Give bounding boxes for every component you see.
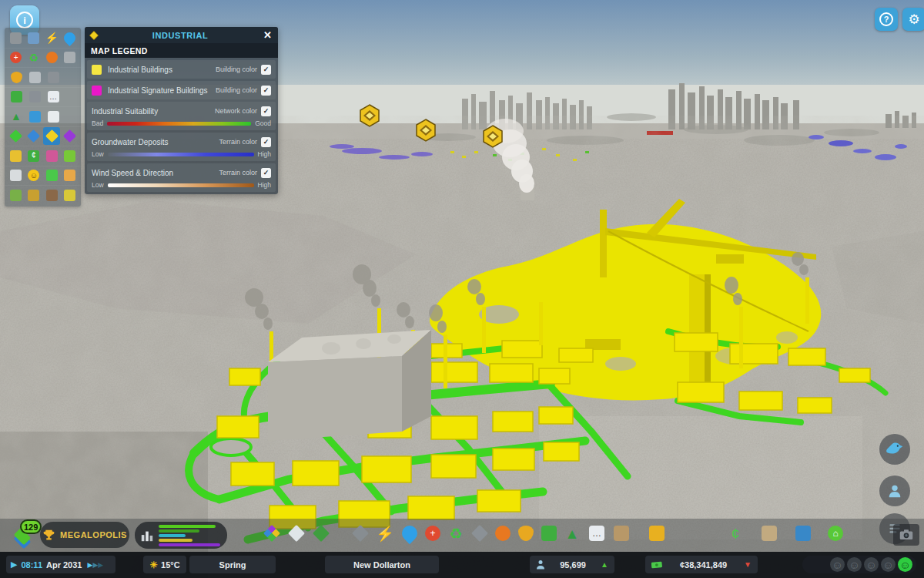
legend-checkbox[interactable]: ✓ — [261, 168, 271, 178]
toolbar-landscaping[interactable] — [611, 523, 631, 543]
infoview-agriculture[interactable] — [61, 147, 78, 165]
workplaces-icon — [64, 170, 75, 181]
infoview-education[interactable] — [45, 69, 62, 86]
infoview-row: ⚡ — [5, 29, 81, 49]
money-widget[interactable]: ¢38,341,849 ▼ — [645, 556, 758, 573]
toolbar-bulldozer[interactable] — [647, 523, 667, 543]
toolbar-communications[interactable]: … — [587, 523, 607, 543]
toolbar-statistics[interactable] — [793, 523, 813, 543]
play-button[interactable]: ▶ — [11, 560, 17, 570]
infoview-selection-tool[interactable] — [45, 108, 62, 126]
infoview-terrain[interactable] — [8, 187, 25, 204]
legend-color-mode: Building color — [216, 86, 257, 94]
help-button[interactable]: ? — [875, 8, 898, 31]
speed-1-icon[interactable]: ▶ — [87, 561, 92, 569]
infoview-parks-recreation[interactable]: ▲ — [8, 108, 25, 126]
toolbar-environment[interactable]: ⌂ — [825, 523, 845, 543]
infoview-maintenance[interactable] — [61, 49, 78, 66]
areas-icon — [288, 525, 305, 542]
legend-checkbox[interactable]: ✓ — [261, 137, 271, 147]
game-viewport[interactable]: i ? ⚙ ⚡+♻…▲¢☺ INDUSTRIAL ✕ MAP LEGEND In… — [0, 0, 924, 578]
infoview-water-facilities[interactable] — [25, 29, 42, 47]
infoview-administration[interactable] — [26, 69, 44, 86]
toolbar-water-sewage[interactable] — [400, 523, 420, 543]
infoview-transportation[interactable] — [8, 88, 25, 106]
infoview-zoning[interactable] — [25, 127, 42, 145]
clock-time: 08:11 — [21, 560, 42, 570]
infoview-ground-pollution[interactable] — [43, 187, 60, 204]
speed-2-icon[interactable]: ▶ — [92, 561, 98, 569]
infoview-land-value[interactable] — [8, 127, 25, 145]
speed-3-icon[interactable]: ▶ — [98, 561, 103, 569]
toolbar-education[interactable] — [470, 523, 490, 543]
selection-tool-icon — [48, 111, 59, 123]
toolbar-economy[interactable]: ¢ — [725, 523, 745, 543]
electricity-icon: ⚡ — [377, 526, 393, 541]
money-flow-icon — [46, 170, 58, 181]
toolbar-police[interactable] — [516, 523, 536, 543]
infoview-industrial[interactable] — [43, 127, 60, 145]
infoview-population[interactable] — [8, 166, 25, 184]
toolbar-zones[interactable] — [262, 523, 282, 543]
happiness-widget[interactable]: ☺☺☺☺☺ — [802, 556, 916, 573]
close-icon[interactable]: ✕ — [263, 30, 273, 40]
gradient-bar — [107, 122, 251, 126]
map-name-widget[interactable]: New Dollarton — [325, 556, 439, 573]
happiness-face-1: ☺ — [847, 557, 862, 572]
chirper-bird-icon — [885, 439, 905, 459]
infoview-residential[interactable] — [8, 147, 25, 165]
legend-label: Wind Speed & Direction — [92, 169, 219, 177]
speed-controls[interactable]: ▶ ▶ ▶ — [87, 561, 103, 569]
toolbar-areas[interactable] — [286, 523, 306, 543]
administration-icon — [29, 72, 41, 83]
legend-checkbox[interactable]: ✓ — [261, 65, 271, 75]
toolbar-parks-recreation[interactable]: ▲ — [562, 523, 582, 543]
infoview-healthcare[interactable]: + — [8, 49, 25, 66]
infoview-roads[interactable] — [8, 29, 25, 47]
toolbar-signature-areas[interactable] — [311, 523, 331, 543]
infoview-garbage[interactable]: ♻ — [25, 49, 42, 66]
sun-icon: ☀ — [149, 560, 158, 570]
toolbar-garbage[interactable]: ♻ — [446, 523, 466, 543]
demand-widget[interactable] — [135, 522, 227, 549]
toolbar-roads[interactable] — [350, 523, 370, 543]
legend-checkbox[interactable]: ✓ — [261, 106, 271, 116]
toolbar-fire-rescue[interactable] — [493, 523, 513, 543]
infoview-electricity[interactable]: ⚡ — [43, 29, 60, 47]
chirper-button[interactable] — [879, 434, 910, 465]
infoview-happiness[interactable]: ☺ — [25, 166, 42, 184]
help-icon: ? — [879, 12, 893, 26]
infoview-commercial[interactable]: ¢ — [25, 147, 42, 165]
toolbar-progression[interactable] — [759, 523, 779, 543]
parks-recreation-icon: ▲ — [11, 111, 22, 123]
industrial-legend-panel: INDUSTRIAL ✕ MAP LEGEND Industrial Build… — [85, 27, 278, 194]
gradient-bar — [108, 153, 254, 156]
infoview-police[interactable] — [8, 69, 25, 86]
infoview-water-sewage[interactable] — [61, 29, 78, 47]
infoview-rail[interactable] — [26, 88, 44, 106]
temperature-widget[interactable]: ☀ 15°C — [143, 556, 186, 573]
infoview-water-resources[interactable] — [61, 187, 78, 204]
toolbar-electricity[interactable]: ⚡ — [375, 523, 395, 543]
legend-checkbox[interactable]: ✓ — [261, 86, 271, 96]
infoview-money-flow[interactable] — [43, 166, 60, 184]
infoview-resources[interactable] — [25, 187, 42, 204]
citizen-info-button[interactable] — [879, 476, 910, 506]
photo-mode-button[interactable] — [893, 524, 919, 546]
population-widget[interactable]: 95,699 ▲ — [530, 556, 614, 573]
infoview-communications[interactable]: … — [45, 88, 62, 106]
progression-icon — [762, 526, 777, 541]
happiness-face-3: ☺ — [881, 557, 896, 572]
season-widget[interactable]: Spring — [189, 556, 276, 573]
population-up-icon: ▲ — [601, 560, 608, 569]
city-title-button[interactable]: MEGALOPOLIS — [40, 522, 129, 548]
toolbar-healthcare[interactable]: + — [423, 523, 443, 543]
settings-button[interactable]: ⚙ — [902, 8, 924, 31]
infoview-districts[interactable] — [61, 127, 78, 145]
infoview-fire-rescue[interactable] — [43, 49, 60, 66]
infoview-workplaces[interactable] — [61, 166, 78, 184]
infoview-tourism[interactable] — [26, 108, 44, 126]
legend-color-mode: Terrain color — [219, 138, 257, 146]
toolbar-transportation[interactable] — [539, 523, 559, 543]
infoview-office[interactable] — [43, 147, 60, 165]
